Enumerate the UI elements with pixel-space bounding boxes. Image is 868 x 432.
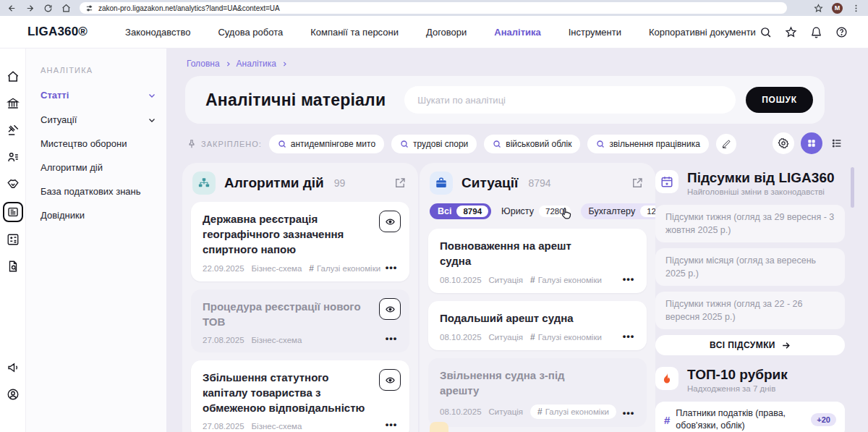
preview-button[interactable] — [379, 211, 401, 232]
filter-accountant[interactable]: Бухгалтеру 1216 — [581, 203, 655, 219]
pinned-chip-antidumping[interactable]: антидемпінгове мито — [269, 135, 384, 153]
card-type: Ситуація — [489, 276, 524, 284]
grid-icon — [807, 138, 817, 148]
preview-button[interactable] — [379, 298, 401, 320]
search-icon[interactable] — [760, 26, 772, 38]
card-tag[interactable]: #Галузі економіки — [530, 275, 602, 285]
back-icon[interactable] — [7, 4, 17, 13]
sidebar-item-defense-art[interactable]: Мистецтво оборони — [41, 138, 156, 149]
algorithms-tree-icon — [192, 171, 216, 195]
pinned-chip-dismissal[interactable]: звільнення працівника — [587, 135, 708, 153]
digest-item[interactable]: Підсумки місяця (огляд за вересень 2025 … — [655, 248, 845, 286]
rail-home-icon[interactable] — [7, 70, 20, 83]
rail-doc-search-icon[interactable] — [7, 260, 20, 273]
list-view-button[interactable] — [829, 135, 845, 151]
situations-filters: Всі 8794 Юристу 7280 Бухгалтеру 1216 HR … — [430, 203, 647, 219]
card-tag[interactable]: #Галузі економіки — [530, 332, 602, 342]
nav-court-work[interactable]: Судова робота — [218, 27, 283, 38]
liga360-logo[interactable]: LIGA360® — [27, 25, 88, 39]
rail-persons-icon[interactable] — [7, 151, 20, 164]
pinned-chip-military-records[interactable]: військовий облік — [484, 135, 580, 153]
situations-title: Ситуації — [461, 175, 518, 191]
edit-pinned-button[interactable] — [716, 134, 736, 154]
rail-contracts-icon[interactable] — [7, 177, 20, 190]
digest-item[interactable]: Підсумки тижня (огляд за 22 - 26 вересня… — [655, 292, 845, 329]
nav-legislation[interactable]: Законодавство — [125, 27, 190, 38]
more-actions-button[interactable]: ••• — [382, 331, 401, 345]
sidebar-section-title: АНАЛІТИКА — [41, 66, 93, 75]
algorithm-card[interactable]: Процедура реєстрації нового ТОВ 27.08.20… — [191, 289, 409, 352]
grid-view-button-active[interactable] — [801, 132, 822, 154]
search-button[interactable]: ПОШУК — [746, 87, 813, 113]
sidebar-item-articles[interactable]: Статті — [41, 90, 156, 101]
settings-button[interactable] — [773, 132, 794, 154]
digest-item[interactable]: Підсумки тижня (огляд за 29 вересня - 3 … — [655, 205, 845, 242]
pinned-chip-labor-disputes[interactable]: трудові спори — [391, 135, 477, 153]
rail-announcements-icon[interactable] — [7, 361, 20, 374]
more-actions-button[interactable]: ••• — [382, 260, 401, 274]
browser-profile-avatar[interactable]: M — [832, 3, 843, 14]
more-actions-button[interactable]: ••• — [619, 271, 638, 286]
sidebar-item-tax-knowledge[interactable]: База податкових знань — [41, 186, 156, 197]
next-section-icon — [430, 422, 448, 432]
favorites-star-icon[interactable] — [785, 26, 797, 38]
card-tag[interactable]: #Галузі економіки — [530, 405, 616, 419]
bookmark-star-icon[interactable] — [814, 4, 823, 13]
home-icon[interactable] — [61, 4, 71, 13]
search-icon — [400, 140, 409, 148]
top-rubrics-title: ТОП-10 рубрик — [687, 367, 788, 382]
browser-menu-icon[interactable] — [851, 4, 861, 13]
preview-button[interactable] — [379, 369, 401, 391]
nav-companies[interactable]: Компанії та персони — [310, 27, 399, 38]
top-rubric-item[interactable]: # Платники податків (права, обов'язки, о… — [655, 402, 845, 432]
situation-card[interactable]: Повноваження на арешт судна 08.10.2025 С… — [428, 229, 647, 293]
open-external-icon[interactable] — [631, 177, 644, 190]
algorithm-card[interactable]: Державна реєстрація географічного зазнач… — [191, 202, 409, 281]
analytics-search-input[interactable] — [404, 86, 736, 114]
analytics-sidebar: АНАЛІТИКА Статті Ситуації Мистецтво обор… — [26, 48, 166, 432]
filter-all[interactable]: Всі 8794 — [430, 203, 491, 219]
chevron-right-icon — [281, 61, 288, 67]
nav-corporate-docs[interactable]: Корпоративні документи — [649, 27, 756, 38]
nav-contracts[interactable]: Договори — [426, 27, 467, 38]
card-date: 08.10.2025 — [440, 333, 482, 342]
breadcrumb-home[interactable]: Головна — [187, 59, 220, 69]
forward-icon[interactable] — [25, 4, 35, 13]
all-digests-button[interactable]: ВСІ ПІДСУМКИ — [655, 335, 845, 355]
rail-court-icon[interactable] — [7, 124, 20, 137]
chevron-down-icon — [148, 91, 156, 100]
notifications-bell-icon[interactable] — [810, 26, 822, 38]
column-scrollbar[interactable] — [851, 167, 854, 208]
view-controls — [773, 132, 845, 154]
sidebar-item-algorithms[interactable]: Алгоритми дій — [41, 162, 156, 173]
algorithm-card[interactable]: Збільшення статутного капіталу товариств… — [191, 360, 409, 432]
situation-card[interactable]: Подальший арешт судна 08.10.2025 Ситуаці… — [428, 301, 647, 350]
sidebar-item-situations[interactable]: Ситуації — [41, 114, 156, 125]
hash-icon: # — [537, 407, 542, 417]
rail-legislation-icon[interactable] — [7, 97, 20, 110]
more-actions-button[interactable]: ••• — [382, 417, 401, 431]
digest-calendar-icon — [655, 170, 678, 193]
more-actions-button[interactable]: ••• — [619, 329, 638, 343]
address-bar[interactable]: zakon-pro.ligazakon.net/analytics?land=U… — [80, 2, 787, 14]
main-nav: Законодавство Судова робота Компанії та … — [125, 27, 756, 38]
situation-card[interactable]: Звільнення судна з-під арешту 08.10.2025… — [428, 358, 647, 427]
open-external-icon[interactable] — [393, 177, 407, 190]
nav-analytics[interactable]: Аналітика — [494, 27, 540, 38]
rail-calculators-icon[interactable] — [7, 233, 20, 246]
nav-tools[interactable]: Інструменти — [569, 27, 621, 38]
breadcrumb: Головна Аналітика — [187, 59, 288, 69]
filter-lawyer[interactable]: Юристу 7280 — [497, 203, 575, 219]
card-type: Бізнес-схема — [252, 264, 302, 273]
chevron-right-icon — [225, 61, 231, 67]
more-actions-button[interactable]: ••• — [619, 405, 638, 420]
reload-icon[interactable] — [43, 4, 53, 13]
card-tag[interactable]: #Галузі економіки — [309, 263, 380, 274]
breadcrumb-analytics[interactable]: Аналітика — [237, 59, 276, 69]
help-icon[interactable] — [835, 26, 848, 38]
algorithms-title: Алгоритми дій — [224, 175, 324, 191]
sidebar-item-directories[interactable]: Довідники — [41, 210, 156, 221]
site-permissions-icon[interactable] — [85, 4, 93, 12]
rail-analytics-icon-active[interactable] — [3, 202, 23, 222]
rail-account-icon[interactable] — [7, 388, 20, 401]
